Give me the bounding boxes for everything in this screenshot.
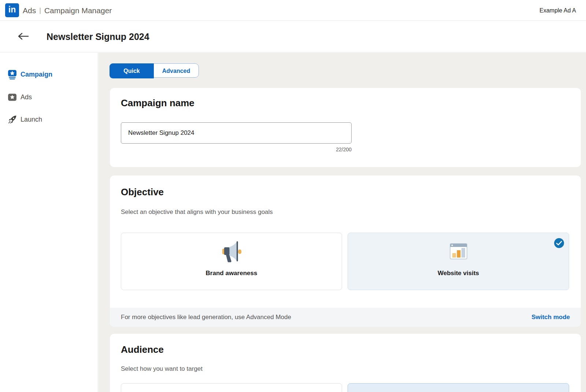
brand-separator: | <box>36 7 44 14</box>
objective-card: Objective Select an objective that align… <box>110 175 581 327</box>
ads-badge-icon <box>7 92 17 102</box>
campaign-badge-icon <box>7 70 17 79</box>
sidebar-item-label: Ads <box>21 93 32 101</box>
campaign-name-input[interactable] <box>121 122 352 144</box>
sidebar-item-label: Launch <box>21 116 42 123</box>
objective-option-label: Brand awareness <box>121 270 342 277</box>
objective-options: Brand awareness <box>121 233 570 290</box>
switch-mode-link[interactable]: Switch mode <box>531 314 570 321</box>
sidebar: Campaign Ads Launch <box>0 53 98 392</box>
back-button[interactable] <box>17 30 30 43</box>
sidebar-item-campaign[interactable]: Campaign <box>0 67 98 82</box>
page-header: Newsletter Signup 2024 <box>0 21 586 52</box>
objective-subtitle: Select an objective that aligns with you… <box>121 208 273 216</box>
account-name[interactable]: Example Ad A <box>539 0 576 21</box>
arrow-left-icon <box>18 32 29 41</box>
sidebar-item-label: Campaign <box>21 71 52 78</box>
campaign-name-title: Campaign name <box>121 97 194 109</box>
sidebar-item-ads[interactable]: Ads <box>0 89 98 105</box>
audience-title: Audience <box>121 344 164 355</box>
mode-toggle-quick[interactable]: Quick <box>110 63 154 78</box>
rocket-icon <box>7 115 17 125</box>
selected-check-icon <box>554 238 564 248</box>
linkedin-logo-icon[interactable]: in <box>5 3 19 17</box>
page-title: Newsletter Signup 2024 <box>47 21 149 52</box>
character-counter: 22/200 <box>121 147 352 152</box>
audience-options <box>121 383 570 392</box>
sidebar-item-launch[interactable]: Launch <box>0 112 98 127</box>
brand-product-label: Campaign Manager <box>44 6 112 15</box>
main-content: Quick Advanced Campaign name 22/200 Obje… <box>99 53 586 392</box>
objective-footer-note: For more objectives like lead generation… <box>121 314 291 321</box>
objective-option-brand-awareness[interactable]: Brand awareness <box>121 233 342 290</box>
website-chart-icon <box>447 240 470 263</box>
objective-footer: For more objectives like lead generation… <box>110 308 581 327</box>
mode-toggle-advanced[interactable]: Advanced <box>154 64 199 78</box>
objective-option-label: Website visits <box>348 270 569 277</box>
campaign-name-card: Campaign name 22/200 <box>110 88 581 167</box>
audience-option-left[interactable] <box>121 383 342 392</box>
objective-option-website-visits[interactable]: Website visits <box>348 233 569 290</box>
top-bar: in Ads | Campaign Manager Example Ad A <box>0 0 586 21</box>
megaphone-icon <box>220 240 243 263</box>
objective-title: Objective <box>121 186 164 198</box>
mode-toggle: Quick Advanced <box>110 63 199 78</box>
audience-card: Audience Select how you want to target <box>110 334 581 392</box>
brand-ads-label: Ads <box>23 6 36 15</box>
audience-subtitle: Select how you want to target <box>121 365 203 373</box>
brand-title: Ads | Campaign Manager <box>23 0 112 21</box>
audience-option-right[interactable] <box>348 383 569 392</box>
